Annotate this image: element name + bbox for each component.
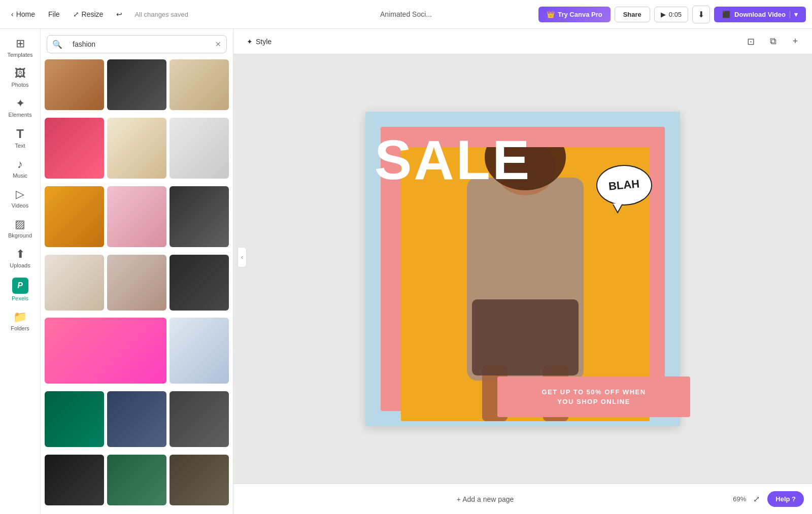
top-navigation: ‹ Home File ⤢ Resize ↩ All changes saved…: [0, 0, 812, 29]
blah-text: BLAH: [608, 178, 640, 192]
list-item[interactable]: [45, 59, 104, 110]
file-button[interactable]: File: [43, 7, 65, 21]
download-icon: ⬇: [698, 10, 704, 19]
style-button[interactable]: ✦ Style: [242, 35, 277, 49]
help-button[interactable]: Help ?: [767, 491, 804, 507]
video-download-icon: ⬛: [722, 11, 730, 18]
undo-icon: ↩: [116, 10, 122, 18]
design-canvas: SALE BLAH GET UP TO 50% OFF WHEN YOU SHO…: [365, 112, 680, 426]
banner-text: GET UP TO 50% OFF WHEN YOU SHOP ONLINE: [542, 387, 646, 407]
search-bar: 🔍 ✕: [47, 35, 227, 53]
nav-right-actions: 👑 Try Canva Pro Share ▶ 0:05 ⬇ ⬛ Downloa…: [538, 6, 806, 23]
list-item[interactable]: [170, 255, 229, 311]
sidebar-item-uploads[interactable]: ⬆ Uploads: [3, 244, 38, 272]
dropdown-caret-icon: ▾: [790, 11, 798, 18]
speech-bubble: BLAH: [596, 165, 652, 205]
pexels-logo: P: [12, 278, 28, 294]
chevron-left-icon: ‹: [11, 10, 14, 18]
crop-icon-button[interactable]: ⊡: [742, 33, 759, 50]
text-icon: T: [16, 127, 24, 141]
zoom-level: 69%: [733, 495, 746, 503]
list-item[interactable]: [45, 118, 104, 179]
sidebar-item-photos[interactable]: 🖼 Photos: [3, 63, 38, 92]
style-icon: ✦: [247, 38, 253, 46]
crop-icon: ⊡: [747, 36, 755, 47]
uploads-icon: ⬆: [16, 248, 25, 261]
list-item[interactable]: [45, 186, 104, 247]
share-button[interactable]: Share: [615, 7, 650, 22]
panel-collapse-handle[interactable]: ‹: [238, 247, 247, 267]
list-item[interactable]: [170, 186, 229, 247]
background-icon: ▨: [15, 218, 25, 231]
main-layout: ⊞ Templates 🖼 Photos ✦ Elements T Text ♪…: [0, 29, 812, 514]
sidebar-item-elements[interactable]: ✦ Elements: [3, 93, 38, 122]
canvas-toolbar: ✦ Style ⊡ ⧉ +: [233, 29, 812, 54]
list-item[interactable]: [170, 118, 229, 179]
list-item[interactable]: [170, 318, 229, 384]
add-icon-button[interactable]: +: [787, 33, 804, 50]
folders-icon: 📁: [13, 311, 27, 324]
svg-rect-5: [472, 299, 579, 375]
list-item[interactable]: [170, 59, 229, 110]
photos-icon: 🖼: [15, 67, 26, 80]
sidebar-item-pexels[interactable]: P Pexels: [3, 273, 38, 305]
sale-text: SALE: [375, 132, 531, 188]
sidebar-item-music[interactable]: ♪ Music: [3, 154, 38, 183]
videos-icon: ▷: [16, 188, 24, 201]
list-item[interactable]: [107, 186, 166, 247]
download-video-button[interactable]: ⬛ Download Video ▾: [714, 7, 806, 22]
list-item[interactable]: [107, 455, 166, 505]
sidebar-item-background[interactable]: ▨ Bkground: [3, 214, 38, 243]
crown-icon: 👑: [547, 11, 555, 18]
saved-status: All changes saved: [134, 11, 188, 18]
music-icon: ♪: [17, 158, 23, 171]
sidebar: ⊞ Templates 🖼 Photos ✦ Elements T Text ♪…: [0, 29, 41, 514]
list-item[interactable]: [107, 59, 166, 110]
play-icon: ▶: [661, 11, 666, 18]
clear-search-icon[interactable]: ✕: [210, 40, 226, 48]
resize-icon: ⤢: [73, 10, 79, 18]
sidebar-item-text[interactable]: T Text: [3, 123, 38, 153]
download-icon-button[interactable]: ⬇: [692, 6, 710, 23]
resize-button[interactable]: ⤢ Resize: [68, 7, 109, 21]
canvas-viewport[interactable]: SALE BLAH GET UP TO 50% OFF WHEN YOU SHO…: [233, 54, 812, 484]
list-item[interactable]: [107, 255, 166, 311]
canvas-area: ✦ Style ⊡ ⧉ +: [233, 29, 812, 514]
search-input[interactable]: [67, 36, 210, 53]
zoom-expand-button[interactable]: ⤢: [749, 492, 763, 506]
templates-icon: ⊞: [16, 37, 25, 50]
try-pro-button[interactable]: 👑 Try Canva Pro: [538, 7, 610, 22]
add-icon: +: [793, 36, 798, 47]
duplicate-icon: ⧉: [770, 36, 776, 47]
canvas-toolbar-right: ⊡ ⧉ +: [742, 33, 804, 50]
add-page-button[interactable]: + Add a new page: [242, 490, 729, 508]
image-grid: [41, 59, 233, 514]
sidebar-item-folders[interactable]: 📁 Folders: [3, 306, 38, 335]
list-item[interactable]: [170, 391, 229, 447]
zoom-controls: 69% ⤢: [733, 492, 763, 506]
list-item[interactable]: [45, 391, 104, 447]
list-item[interactable]: [45, 318, 166, 384]
list-item[interactable]: [45, 455, 104, 505]
play-button[interactable]: ▶ 0:05: [654, 7, 688, 22]
duplicate-icon-button[interactable]: ⧉: [764, 33, 782, 50]
home-button[interactable]: ‹ Home: [6, 7, 40, 21]
photos-panel: 🔍 ✕: [41, 29, 233, 514]
list-item[interactable]: [45, 255, 104, 311]
list-item[interactable]: [107, 391, 166, 447]
list-item[interactable]: [107, 118, 166, 179]
sidebar-item-videos[interactable]: ▷ Videos: [3, 184, 38, 213]
undo-button[interactable]: ↩: [111, 7, 127, 21]
document-title[interactable]: Animated Soci...: [375, 8, 437, 20]
list-item[interactable]: [170, 455, 229, 505]
search-icon: 🔍: [47, 40, 67, 49]
sidebar-item-templates[interactable]: ⊞ Templates: [3, 33, 38, 62]
bottom-bar: + Add a new page 69% ⤢ Help ?: [233, 484, 812, 514]
bottom-sale-banner: GET UP TO 50% OFF WHEN YOU SHOP ONLINE: [497, 376, 690, 417]
elements-icon: ✦: [16, 97, 25, 110]
